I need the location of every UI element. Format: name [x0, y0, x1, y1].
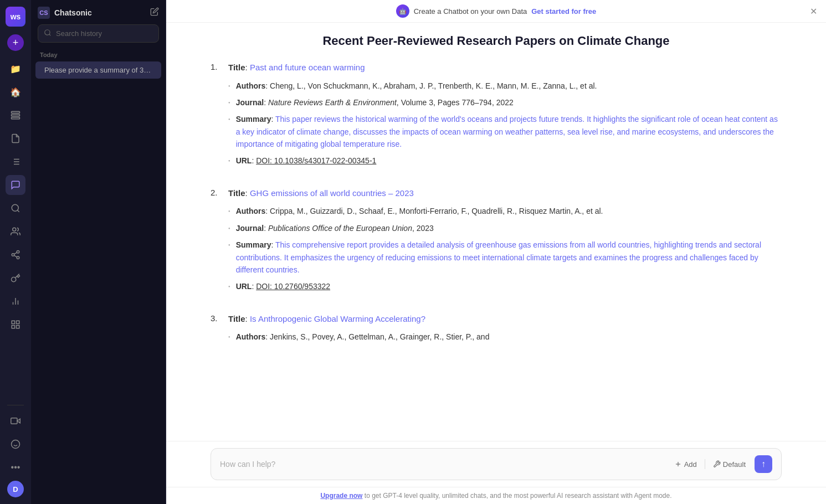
list-icon[interactable]	[6, 152, 25, 172]
app-name: CS Chatsonic	[38, 7, 92, 19]
search-box[interactable]	[38, 24, 159, 43]
detail-content: Authors: Jenkins, S., Povey, A., Gettelm…	[236, 331, 782, 343]
today-label: Today	[31, 49, 166, 61]
video-icon[interactable]	[6, 411, 25, 431]
avatar[interactable]: D	[7, 481, 24, 497]
page-title: Recent Peer-Reviewed Research Papers on …	[211, 34, 782, 48]
default-button[interactable]: Default	[709, 458, 750, 471]
home-icon[interactable]: 🏠	[6, 82, 25, 102]
title-text-1: Past and future ocean warming	[250, 63, 365, 72]
bullet-icon: ●	[228, 226, 230, 232]
seo-icon[interactable]	[6, 198, 25, 218]
svg-rect-0	[12, 111, 20, 113]
detail-journal-2: ● Journal: Publications Office of the Eu…	[228, 222, 782, 234]
bottom-bar: Upgrade now to get GPT-4 level quality, …	[166, 487, 826, 504]
svg-rect-1	[12, 115, 20, 116]
svg-point-9	[12, 204, 18, 211]
chart-icon[interactable]	[6, 291, 25, 311]
edit-icon[interactable]	[150, 7, 159, 18]
close-icon[interactable]: ✕	[810, 6, 817, 17]
detail-journal-1: ● Journal: Nature Reviews Earth & Enviro…	[228, 96, 782, 109]
sidebar-header: CS Chatsonic	[31, 7, 166, 24]
bullet-icon: ●	[228, 209, 230, 214]
grid-icon[interactable]	[6, 315, 25, 335]
paper-item-1: 1. Title: Past and future ocean warming …	[211, 61, 782, 172]
detail-authors-3: ● Authors: Jenkins, S., Povey, A., Gette…	[228, 331, 782, 343]
paper-item-2: 2. Title: GHG emissions of all world cou…	[211, 187, 782, 297]
add-button[interactable]: Add	[670, 458, 701, 471]
paper-title-line-2: Title: GHG emissions of all world countr…	[228, 187, 782, 200]
icon-bar: ws + 📁 🏠 ••• D	[0, 0, 31, 504]
paper-title-line-1: Title: Past and future ocean warming	[228, 61, 782, 74]
banner-link[interactable]: Get started for free	[531, 7, 596, 16]
more-icon[interactable]: •••	[6, 457, 25, 477]
key-icon[interactable]	[6, 268, 25, 288]
detail-content: URL: DOI: 10.1038/s43017-022-00345-1	[236, 155, 782, 167]
bullet-icon: ●	[228, 117, 230, 122]
paper-number-3: 3.	[211, 313, 222, 348]
svg-rect-22	[17, 326, 19, 328]
bullet-icon: ●	[228, 100, 230, 106]
detail-authors-1: ● Authors: Cheng, L., Von Schuckmann, K.…	[228, 80, 782, 92]
papers-list: 1. Title: Past and future ocean warming …	[211, 61, 782, 348]
detail-content: Summary: This comprehensive report provi…	[236, 239, 782, 276]
svg-rect-2	[12, 117, 20, 119]
paper-body-2: Title: GHG emissions of all world countr…	[228, 187, 782, 297]
detail-content: Journal: Nature Reviews Earth & Environm…	[236, 96, 782, 109]
detail-content: Authors: Crippa, M., Guizzardi, D., Scha…	[236, 205, 782, 217]
chat-icon[interactable]	[6, 175, 25, 195]
detail-summary-2: ● Summary: This comprehensive report pro…	[228, 239, 782, 276]
detail-content: Authors: Cheng, L., Von Schuckmann, K., …	[236, 80, 782, 92]
sidebar: CS Chatsonic Today Please provide a summ…	[31, 0, 166, 504]
paper-details-2: ● Authors: Crippa, M., Guizzardi, D., Sc…	[228, 205, 782, 292]
people-icon[interactable]	[6, 222, 25, 241]
add-label: Add	[684, 460, 697, 469]
svg-line-16	[14, 253, 17, 254]
svg-point-12	[17, 251, 19, 254]
edit-doc-icon[interactable]	[6, 128, 25, 148]
detail-content: URL: DOI: 10.2760/953322	[236, 280, 782, 292]
paper-number-2: 2.	[211, 187, 222, 297]
input-area: Add Default ↑	[166, 441, 826, 487]
divider	[705, 459, 705, 469]
folder-icon[interactable]: 📁	[6, 59, 25, 79]
svg-point-11	[13, 228, 16, 231]
content-area: Recent Peer-Reviewed Research Papers on …	[166, 23, 826, 441]
detail-url-2: ● URL: DOI: 10.2760/953322	[228, 280, 782, 292]
svg-line-10	[17, 210, 19, 212]
face-icon[interactable]	[6, 434, 25, 454]
new-chat-button[interactable]: +	[7, 34, 24, 51]
chatsonic-icon: CS	[38, 7, 50, 19]
banner-text: Create a Chatbot on your own Data	[414, 7, 527, 16]
send-button[interactable]: ↑	[755, 455, 772, 473]
connect-icon[interactable]	[6, 245, 25, 265]
paper-item-3: 3. Title: Is Anthropogenic Global Warmin…	[211, 313, 782, 348]
app-logo: ws	[6, 7, 25, 27]
paper-url-link-1[interactable]: DOI: 10.1038/s43017-022-00345-1	[256, 156, 376, 165]
svg-rect-20	[12, 321, 14, 323]
paper-details-3: ● Authors: Jenkins, S., Povey, A., Gette…	[228, 331, 782, 343]
svg-point-13	[12, 254, 14, 256]
paper-url-link-2[interactable]: DOI: 10.2760/953322	[256, 282, 330, 291]
detail-content: Summary: This paper reviews the historic…	[236, 113, 782, 150]
input-tools: Add Default	[670, 458, 750, 471]
bullet-icon: ●	[228, 284, 230, 290]
bullet-icon: ●	[228, 243, 230, 248]
search-input[interactable]	[56, 29, 153, 38]
upgrade-link[interactable]: Upgrade now	[320, 492, 362, 500]
svg-line-30	[49, 34, 51, 36]
svg-rect-23	[12, 326, 14, 328]
bullet-icon: ●	[228, 335, 230, 340]
bullet-icon: ●	[228, 158, 230, 164]
detail-authors-2: ● Authors: Crippa, M., Guizzardi, D., Sc…	[228, 205, 782, 217]
title-label-1: Title	[228, 63, 245, 72]
history-item[interactable]: Please provide a summary of 3-5...	[35, 61, 161, 79]
chat-input[interactable]	[220, 460, 665, 469]
layers-icon[interactable]	[6, 105, 25, 125]
detail-summary-1: ● Summary: This paper reviews the histor…	[228, 113, 782, 150]
svg-line-15	[14, 255, 17, 257]
svg-point-29	[45, 30, 50, 35]
paper-details-1: ● Authors: Cheng, L., Von Schuckmann, K.…	[228, 80, 782, 167]
bottom-bar-text: to get GPT-4 level quality, unlimited ch…	[365, 492, 672, 500]
bullet-icon: ●	[228, 84, 230, 89]
